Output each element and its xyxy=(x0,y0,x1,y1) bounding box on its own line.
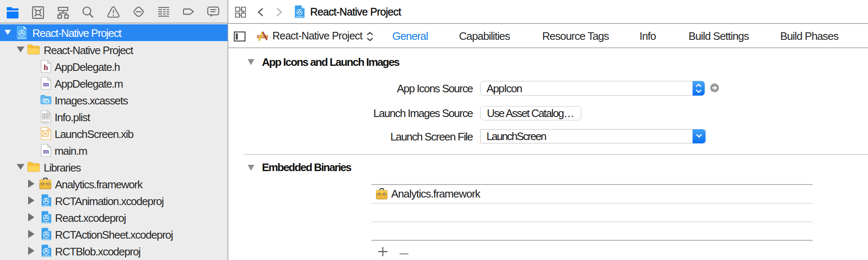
svg-text:m: m xyxy=(43,147,49,155)
svg-text:PLIST: PLIST xyxy=(42,120,49,123)
svg-text:m: m xyxy=(43,80,49,88)
svg-text:h: h xyxy=(44,63,48,72)
